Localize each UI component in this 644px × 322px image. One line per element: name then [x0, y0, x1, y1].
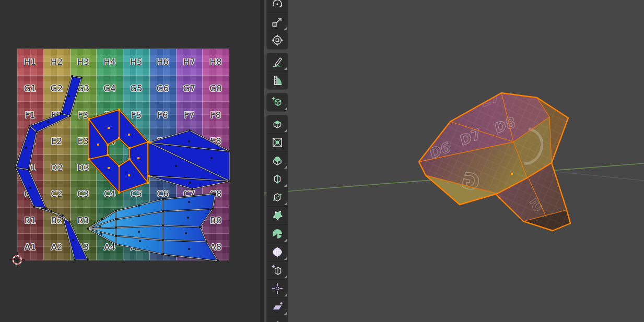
uv-vertex[interactable]: [212, 208, 213, 209]
tool-transform-button[interactable]: [267, 31, 288, 49]
uv-face-dot[interactable]: [138, 215, 139, 217]
uv-vertex-selected[interactable]: [118, 165, 120, 167]
uv-vertex[interactable]: [68, 221, 70, 222]
uv-face-dot[interactable]: [25, 147, 27, 148]
uv-vertex-selected[interactable]: [118, 137, 120, 139]
uv-face-dot[interactable]: [139, 240, 140, 242]
uv-vertex-selected[interactable]: [118, 109, 120, 111]
uv-island-hexagon-ring[interactable]: [89, 110, 148, 193]
uv-face-dot-selected[interactable]: [108, 127, 110, 129]
uv-face-dot[interactable]: [188, 140, 190, 142]
uv-vertex[interactable]: [205, 241, 207, 242]
tool-smooth-button[interactable]: [267, 243, 288, 261]
uv-vertex[interactable]: [60, 113, 62, 114]
uv-vertex[interactable]: [74, 258, 75, 260]
uv-vertex-selected[interactable]: [118, 192, 120, 194]
uv-face-dot[interactable]: [68, 95, 69, 97]
tool-spin-button[interactable]: [267, 224, 288, 243]
uv-face-dot[interactable]: [29, 187, 31, 188]
uv-vertex-selected[interactable]: [147, 141, 149, 143]
tool-knife-button[interactable]: [267, 188, 288, 206]
uv-2d-cursor[interactable]: [9, 252, 25, 268]
uv-vertex-selected[interactable]: [149, 141, 151, 144]
uv-vertex[interactable]: [115, 235, 116, 236]
tool-poly-build-button[interactable]: [267, 206, 288, 224]
uv-island-zigzag-strip[interactable]: [16, 76, 88, 260]
hammer-mesh[interactable]: 5 D6 D7 D8 E7: [419, 88, 570, 231]
uv-vertex[interactable]: [15, 166, 16, 168]
uv-face-dot[interactable]: [185, 232, 186, 234]
uv-face-dot[interactable]: [101, 218, 103, 220]
uv-vertex[interactable]: [29, 125, 30, 126]
tool-annotate-button[interactable]: [267, 53, 288, 71]
uv-vertex[interactable]: [36, 131, 37, 133]
uv-vertex[interactable]: [191, 188, 193, 189]
uv-vertex[interactable]: [115, 243, 116, 245]
uv-vertex[interactable]: [45, 207, 46, 209]
uv-face-dot[interactable]: [188, 248, 190, 249]
uv-vertex[interactable]: [71, 75, 73, 77]
uv-face-dot[interactable]: [175, 165, 177, 166]
uv-vertex-selected[interactable]: [88, 118, 90, 120]
tool-shrink-fatten-button[interactable]: [267, 279, 288, 297]
tool-bevel-button[interactable]: [267, 151, 288, 170]
tool-inset-faces-button[interactable]: [267, 133, 288, 151]
uv-face-dot[interactable]: [188, 201, 190, 202]
uv-vertex[interactable]: [87, 228, 88, 229]
viewport-3d-pane[interactable]: 5 D6 D7 D8 E7: [264, 0, 644, 322]
uv-vertex[interactable]: [228, 150, 229, 152]
tool-edge-slide-button[interactable]: [267, 261, 288, 279]
uv-vertex-selected[interactable]: [128, 147, 131, 149]
uv-face-dot[interactable]: [210, 157, 212, 159]
uv-vertex[interactable]: [87, 258, 88, 260]
tool-add-cube-button[interactable]: [267, 93, 288, 111]
uv-vertex[interactable]: [69, 115, 71, 116]
viewport-canvas[interactable]: 5 D6 D7 D8 E7: [264, 0, 644, 322]
uv-vertex[interactable]: [62, 214, 63, 216]
uv-vertex-selected[interactable]: [148, 175, 150, 177]
uv-face-dot[interactable]: [72, 239, 74, 241]
uv-face-dot[interactable]: [100, 233, 102, 234]
uv-face-dot[interactable]: [99, 225, 101, 227]
tool-shear-button[interactable]: [267, 297, 288, 316]
tool-rip-region-button[interactable]: [267, 316, 288, 322]
uv-face-dot-selected[interactable]: [108, 167, 110, 169]
uv-face-dot[interactable]: [189, 182, 191, 183]
uv-vertex[interactable]: [189, 129, 190, 131]
uv-vertex-selected[interactable]: [107, 144, 109, 146]
uv-face-dot[interactable]: [50, 210, 52, 212]
uv-island-wing-fan[interactable]: [88, 194, 218, 261]
uv-vertex-selected[interactable]: [128, 158, 131, 160]
uv-face-dot[interactable]: [47, 121, 49, 123]
uv-face-dot-selected[interactable]: [128, 174, 130, 176]
uv-vertex[interactable]: [115, 218, 116, 220]
tool-extrude-region-button[interactable]: [267, 115, 288, 133]
tool-rotate-button[interactable]: [267, 0, 288, 13]
uv-vertex[interactable]: [115, 226, 116, 228]
uv-islands-overlay[interactable]: [0, 0, 260, 322]
uv-vertex[interactable]: [162, 198, 163, 200]
tool-measure-button[interactable]: [267, 71, 288, 89]
uv-vertex-selected[interactable]: [88, 158, 90, 160]
uv-vertex[interactable]: [214, 193, 216, 194]
uv-editor-pane[interactable]: H1H2H3H4H5H6H7H8G1G2G3G4G5G6G7G8F1F2F3F4…: [0, 0, 260, 322]
uv-vertex-selected[interactable]: [147, 182, 149, 184]
uv-face-dot[interactable]: [138, 205, 139, 206]
uv-vertex[interactable]: [162, 239, 163, 241]
uv-vertex[interactable]: [115, 210, 116, 211]
uv-face-dot[interactable]: [138, 231, 139, 232]
tool-loop-cut-button[interactable]: [267, 170, 288, 188]
uv-vertex[interactable]: [199, 226, 201, 228]
uv-face-dot-selected[interactable]: [97, 144, 99, 146]
tool-scale-button[interactable]: [267, 13, 288, 31]
uv-vertex[interactable]: [162, 210, 163, 212]
uv-face-dot-selected[interactable]: [137, 157, 139, 159]
uv-face-dot-selected[interactable]: [128, 134, 130, 136]
uv-vertex[interactable]: [33, 206, 34, 207]
uv-vertex[interactable]: [228, 180, 229, 182]
uv-island-triangle-fan[interactable]: [149, 130, 230, 189]
uv-vertex[interactable]: [162, 224, 163, 226]
uv-vertex[interactable]: [217, 259, 218, 261]
uv-vertex[interactable]: [80, 77, 82, 78]
uv-vertex[interactable]: [162, 253, 163, 255]
